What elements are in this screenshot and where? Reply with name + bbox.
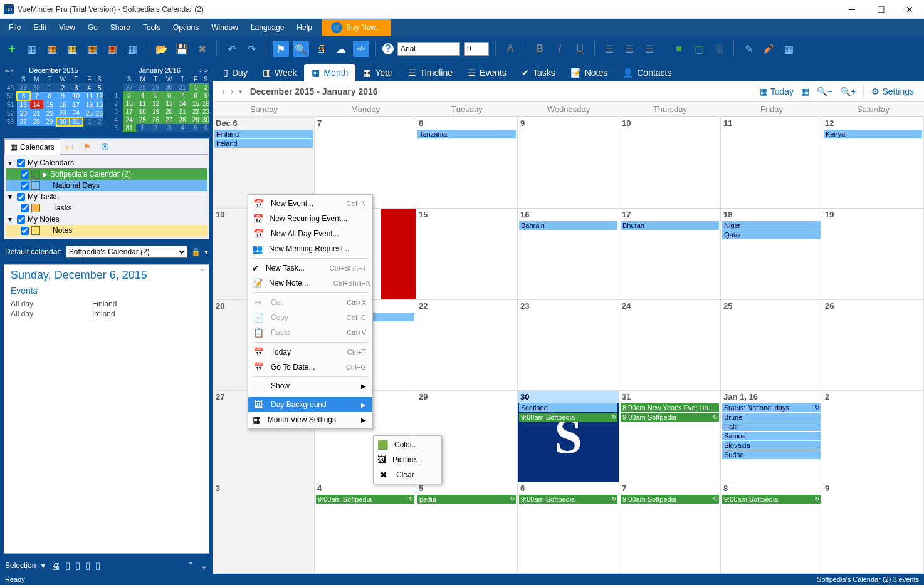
print-icon[interactable]: 🖨 [313,41,329,57]
day-cell[interactable]: 16Bahrain [518,209,619,299]
ctx-day-background[interactable]: 🖼Day Background▶ [248,397,372,412]
help-icon[interactable]: ? [382,43,394,54]
event-item[interactable]: Slovakia [722,441,821,450]
ctx-new-event-[interactable]: 📅New Event...Ctrl+N [248,196,372,211]
redo-icon[interactable]: ↷ [243,41,260,57]
context-menu[interactable]: 📅New Event...Ctrl+N📅New Recurring Event.… [248,194,373,429]
event-item[interactable]: Status: National days↻ [722,403,821,412]
print-footer-icon[interactable]: 🖨 [51,561,60,571]
menu-file[interactable]: File [3,21,27,34]
italic-icon[interactable]: I [552,41,568,57]
day-cell[interactable]: 5pedia↻ [416,482,518,573]
event-item[interactable]: 9:00am Softpedia↻ [621,495,719,504]
paint-icon[interactable]: 🖌 [760,41,777,57]
zoom-out-icon[interactable]: 🔍− [813,85,836,98]
day-cell[interactable]: 24 [619,300,721,391]
fill-color-icon[interactable]: ■ [671,41,687,57]
tab-timeline[interactable]: ☰Timeline [401,64,460,81]
default-cal-select[interactable]: Softpedia's Calendar (2) [66,246,187,258]
tb-cal5-icon[interactable]: ▦ [104,41,120,57]
menu-window[interactable]: Window [205,21,244,34]
day-cell[interactable]: 25 [721,300,822,391]
ctx-month-view-settings[interactable]: ▦Month View Settings▶ [248,412,372,427]
day-cell[interactable]: 318:00am New Year's Eve; Home9:00am Soft… [619,391,721,482]
selection-dropdown-icon[interactable]: ▾ [41,560,46,571]
tree-national-days[interactable]: National Days [6,180,207,191]
event-item[interactable]: 9:00am Softpedia↻ [519,413,617,422]
event-item[interactable]: Sudan [722,450,821,459]
settings-button[interactable]: ⚙Settings [868,85,918,98]
delete-icon[interactable]: ✖ [194,41,210,57]
event-item[interactable]: Finland [214,130,313,138]
menu-help[interactable]: Help [290,21,318,34]
location-tab[interactable]: ⦿ [96,139,114,154]
day-cell[interactable]: 49:00am Softpedia↻ [315,482,416,573]
ctx-new-note-[interactable]: 📝New Note...Ctrl+Shift+N [248,276,372,291]
flag-icon[interactable]: ⚑ [273,41,289,57]
tb-cal3-icon[interactable]: ▦ [64,41,80,57]
event-item[interactable]: 9:00am Softpedia↻ [621,413,719,422]
tree-my-notes[interactable]: ▾My Notes [6,214,207,225]
up-icon[interactable]: ⌃ [187,560,195,571]
event-item[interactable]: Brunei [722,413,821,422]
ctx-new-recurring-event-[interactable]: 📅New Recurring Event... [248,211,372,226]
day-cell[interactable]: 8Tanzania [416,117,518,208]
tab-year[interactable]: ▦Year [355,64,400,81]
context-submenu[interactable]: 🟩Color...🖼Picture...✖Clear [373,435,442,484]
menu-share[interactable]: Share [104,21,137,34]
day-cell[interactable]: 79:00am Softpedia↻ [619,482,721,573]
tab-day[interactable]: ▯Day [216,64,255,81]
cloud-icon[interactable]: ☁ [333,41,349,57]
event-item[interactable]: Bhutan [621,221,719,230]
day-cell[interactable]: 23 [518,300,619,391]
event-item[interactable]: Tanzania [417,130,516,138]
event-item[interactable]: Ireland [214,139,313,148]
tree-tasks[interactable]: Tasks [6,202,207,214]
day-cell[interactable]: 12Kenya [822,117,924,208]
day-cell[interactable]: 15 [416,209,518,299]
menu-view[interactable]: View [53,21,81,34]
day-cell[interactable]: 26 [822,300,924,391]
align-right-icon[interactable]: ☰ [641,41,658,57]
font-name-input[interactable] [397,42,460,56]
tb-cal4-icon[interactable]: ▦ [84,41,100,57]
pattern-icon[interactable]: ░ [711,41,727,57]
html-icon[interactable]: </> [353,41,369,57]
zoom-in-icon[interactable]: 🔍+ [836,85,859,98]
next-year-icon[interactable]: » [204,66,208,74]
ctx-color-[interactable]: 🟩Color... [374,437,441,452]
day-cell[interactable]: 9 [518,117,619,208]
menu-tools[interactable]: Tools [137,21,167,34]
event-item[interactable]: Haiti [722,422,821,431]
dropdown-icon[interactable]: ▾ [204,247,208,256]
day-cell[interactable]: 19 [822,209,924,299]
tree-my-calendars[interactable]: ▾My Calendars [6,157,207,168]
day-cell[interactable]: 2 [822,391,924,482]
tab-contacts[interactable]: 👤Contacts [615,64,679,81]
tab-notes[interactable]: 📝Notes [563,64,616,81]
day-cell[interactable]: 9 [822,482,924,573]
buy-now-button[interactable]: 🛒Buy Now... [322,19,391,36]
ctx-picture-[interactable]: 🖼Picture... [374,452,441,467]
tab-events[interactable]: ☰Events [460,64,514,81]
date-picker-icon[interactable]: ▦ [797,85,813,98]
align-center-icon[interactable]: ☰ [621,41,638,57]
underline-icon[interactable]: U [572,41,588,57]
eyedropper-icon[interactable]: ✎ [740,41,757,57]
tags-tab[interactable]: 🏷 [60,139,78,154]
ctx-new-all-day-event-[interactable]: 📅New All Day Event... [248,226,372,241]
range-dropdown-icon[interactable]: ▾ [236,88,245,96]
align-left-icon[interactable]: ☰ [601,41,617,57]
font-color-icon[interactable]: A [502,41,518,57]
day-cell[interactable]: 3 [213,482,315,573]
event-item[interactable]: 9:00am Softpedia↻ [722,495,821,504]
next-month-icon[interactable]: › [199,66,202,74]
day-cell[interactable]: Jan 1, 16Status: National days↻BruneiHai… [721,391,822,482]
today-button[interactable]: ▦Today [756,85,797,98]
event-item[interactable]: Bahrain [519,221,617,230]
event-item[interactable]: Kenya [824,130,922,138]
day-cell[interactable]: 11 [721,117,822,208]
search-icon[interactable]: 🔍 [293,41,309,57]
event-item[interactable]: 9:00am Softpedia↻ [519,495,617,504]
ctx-new-meeting-request-[interactable]: 👥New Meeting Request... [248,241,372,256]
